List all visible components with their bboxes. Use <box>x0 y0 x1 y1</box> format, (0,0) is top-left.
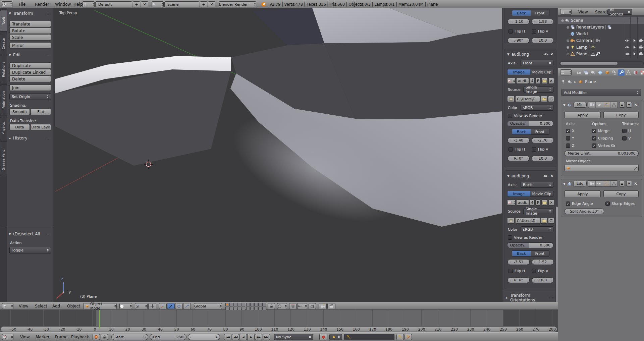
mirror-check-x[interactable]: ✓X <box>566 128 591 133</box>
layer-cell[interactable] <box>241 303 245 306</box>
toggle-eye[interactable] <box>596 102 603 108</box>
browse-path-button[interactable] <box>541 96 547 102</box>
panel-transform-orientations[interactable]: ►Transform Orientations:::: <box>506 295 555 300</box>
reload-image-button[interactable] <box>548 96 554 102</box>
manipulator-rotate-button[interactable] <box>175 303 183 309</box>
toggle-editmode-tris[interactable] <box>610 102 618 108</box>
manipulator-scale-button[interactable] <box>183 303 191 309</box>
outliner-row-camera[interactable]: ⊕Camera| <box>558 37 644 44</box>
info-editor-type-button[interactable] <box>2 1 12 7</box>
screen-layout-delete-button[interactable]: ✕ <box>141 1 148 7</box>
mirror-modifier-delete-button[interactable]: ✕ <box>634 103 637 107</box>
properties-tab-render-layers[interactable] <box>583 69 589 76</box>
panel-triangle-icon[interactable]: ▼ <box>563 182 566 185</box>
jump-to-end-button[interactable]: ▶▶| <box>263 334 270 340</box>
outliner-row-plane[interactable]: ⊕Plane| <box>558 51 644 57</box>
sync-mode-select[interactable]: No Sync <box>274 334 313 340</box>
panel-triangle-icon[interactable]: ▼ <box>563 103 566 107</box>
bg-front-back-toggle-0-front[interactable]: Front <box>531 129 549 134</box>
proportional-edit-button[interactable] <box>277 303 287 309</box>
restrict-eye[interactable] <box>625 45 630 50</box>
scene-icon-button[interactable] <box>152 1 164 7</box>
panel-history[interactable]: ►History:::: <box>9 135 51 141</box>
image-browse-button[interactable] <box>507 78 516 84</box>
bg-x-offset[interactable]: ‹-1.10› <box>507 19 530 24</box>
edge-split-modifier-move-up-button[interactable]: ▲ <box>619 181 625 186</box>
bg-front-back-toggle-0-back[interactable]: Back <box>512 129 531 134</box>
bg-rotation[interactable]: ‹:-90°› <box>507 38 530 43</box>
edge-split-check-edge-angle[interactable]: ✓Edge Angle <box>566 201 603 206</box>
orientation-select[interactable]: Global <box>194 303 222 309</box>
view3d-menu-add[interactable]: Add <box>51 302 61 310</box>
restrict-cursor[interactable] <box>632 45 637 50</box>
properties-tab-scene[interactable] <box>590 69 596 76</box>
color-space-select-1[interactable]: sRGB <box>521 226 553 232</box>
toggle-camera-restrict[interactable] <box>588 181 596 186</box>
restrict-camera-restrict[interactable] <box>639 45 644 50</box>
outliner-row-world[interactable]: World <box>558 31 644 37</box>
outliner-menu-view[interactable]: View <box>577 8 589 15</box>
restrict-camera-restrict[interactable] <box>639 52 644 56</box>
viewport-3d[interactable]: Top Persp z y (3) Plane <box>53 8 502 302</box>
image-users-button[interactable]: 4 <box>530 200 535 206</box>
properties-tab-texture[interactable] <box>639 69 644 76</box>
opengl-render-button[interactable] <box>319 303 327 309</box>
mirror-check-clipping[interactable]: ✓Clipping <box>592 136 617 140</box>
image-users-button[interactable]: 4 <box>530 78 535 84</box>
properties-tab-world[interactable] <box>597 69 603 76</box>
timeline-ruler[interactable]: -50-40-30-20-100102030405060708090100110… <box>0 326 558 332</box>
pin-icon[interactable] <box>561 79 566 84</box>
color-space-select-0[interactable]: sRGB <box>521 105 553 111</box>
bg-front-back-toggle-1-back[interactable]: Back <box>512 251 531 256</box>
snap-element-button[interactable] <box>297 303 307 309</box>
record-button[interactable] <box>319 334 327 340</box>
snap-toggle-button[interactable] <box>289 303 297 309</box>
layer-cell[interactable] <box>229 303 233 306</box>
outliner-row-scene[interactable]: ⊖Scene <box>558 17 644 24</box>
bg-front-back-toggle-1[interactable]: BackFront <box>512 250 549 257</box>
toggle-eye[interactable] <box>596 181 603 186</box>
jump-to-start-button[interactable]: |◀◀ <box>224 334 231 340</box>
outliner-editor-type-button[interactable] <box>560 9 572 15</box>
play-button[interactable]: ▶ <box>247 334 255 340</box>
delete-button[interactable]: Delete <box>9 76 51 82</box>
tab-image[interactable]: Image <box>507 191 530 196</box>
layer-cell[interactable] <box>254 303 258 306</box>
play-reverse-button[interactable]: ◀ <box>239 334 247 340</box>
edge-split-check-sharp-edges[interactable]: ✓Sharp Edges <box>605 201 642 206</box>
image-fake-user-button[interactable]: F <box>535 200 540 206</box>
toggle-editmode-tris[interactable] <box>610 181 618 186</box>
mirror-modifier-name-field[interactable]: Mir <box>573 102 587 108</box>
expander-icon[interactable]: ⊕ <box>566 39 570 43</box>
expander-icon[interactable]: ⊕ <box>566 45 570 50</box>
bg-axis-toggle-partial-back[interactable]: Back <box>512 10 531 16</box>
screen-layout-icon-button[interactable] <box>83 1 95 7</box>
expander-icon[interactable]: ⊕ <box>566 25 570 30</box>
menu-window[interactable]: Window <box>54 0 72 8</box>
bg-axis-toggle-partial[interactable]: BackFront <box>512 10 549 16</box>
shading-flat-button[interactable]: Flat <box>31 109 51 115</box>
bg-y-offset-0[interactable]: ‹-2.70› <box>532 137 554 143</box>
next-keyframe-button[interactable]: ▶▶ <box>255 334 262 340</box>
restrict-cursor[interactable] <box>632 38 637 43</box>
axis-select-0[interactable]: Front <box>521 60 553 66</box>
lock-origins-button[interactable] <box>268 303 275 309</box>
timeline-menu-marker[interactable]: Marker <box>34 333 51 341</box>
layer-cell[interactable] <box>233 303 237 306</box>
flip-v-checkbox[interactable]: Flip V <box>532 147 553 152</box>
reload-image-button[interactable] <box>548 218 554 224</box>
add-modifier-select[interactable]: Add Modifier <box>561 89 641 96</box>
view3d-menu-view[interactable]: View <box>17 302 30 310</box>
join-button[interactable]: Join <box>9 84 51 91</box>
shelf-tab-create[interactable]: Create <box>0 33 7 54</box>
filepath-field[interactable]: C:\Users\D... <box>515 218 540 224</box>
mode-select[interactable]: Object Mode <box>83 303 117 309</box>
snap-peel-button[interactable] <box>309 303 316 309</box>
manipulator-toggle-button[interactable] <box>148 303 156 309</box>
shelf-tab-relations[interactable]: Relations <box>0 56 7 83</box>
layer-cell[interactable] <box>225 303 229 306</box>
timeline-canvas[interactable] <box>0 310 558 326</box>
axis-select-1[interactable]: Back <box>521 182 553 188</box>
npanel-scrollbar[interactable] <box>555 206 558 302</box>
bg-size-1[interactable]: ‹10.0› <box>532 277 554 283</box>
